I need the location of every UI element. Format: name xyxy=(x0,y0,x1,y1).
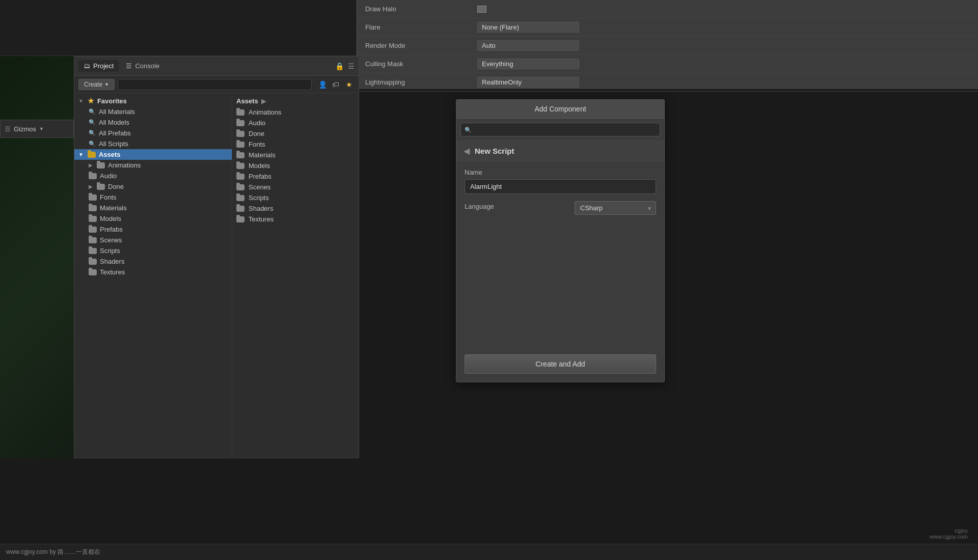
scripts-tree-item[interactable]: Scripts xyxy=(74,245,232,256)
all-prefabs-item[interactable]: 🔍 All Prefabs xyxy=(74,128,232,138)
script-name-input[interactable] xyxy=(465,179,656,194)
asset-textures[interactable]: Textures xyxy=(232,214,359,225)
render-mode-value-box[interactable]: Auto xyxy=(477,40,579,51)
add-component-panel: Add Component ◀ New Script Name Language… xyxy=(456,99,665,382)
materials-tree-item[interactable]: Materials xyxy=(74,203,232,213)
add-component-header: Add Component xyxy=(456,100,664,119)
audio-tree-item[interactable]: Audio xyxy=(74,171,232,181)
new-script-body: Name Language CSharp JavaScript Boo xyxy=(456,161,664,354)
assets-folder-icon xyxy=(88,152,96,158)
create-dropdown-icon: ▼ xyxy=(104,82,109,87)
asset-scripts[interactable]: Scripts xyxy=(232,192,359,203)
asset-materials[interactable]: Materials xyxy=(232,150,359,160)
inspector-row-render-mode: Render Mode Auto xyxy=(357,37,978,55)
scenes-tree-label: Scenes xyxy=(100,236,122,244)
new-script-panel: ◀ New Script Name Language CSharp JavaSc… xyxy=(456,141,664,382)
asset-shaders[interactable]: Shaders xyxy=(232,203,359,214)
animations-tree-label: Animations xyxy=(108,161,141,169)
all-scripts-item[interactable]: 🔍 All Scripts xyxy=(74,138,232,149)
asset-textures-icon xyxy=(236,216,244,222)
name-field-label: Name xyxy=(465,169,656,176)
asset-materials-label: Materials xyxy=(249,151,276,159)
create-and-add-button[interactable]: Create and Add xyxy=(465,354,656,374)
search-input[interactable] xyxy=(118,79,312,90)
language-field-row: Language CSharp JavaScript Boo xyxy=(465,201,656,215)
fonts-tree-item[interactable]: Fonts xyxy=(74,192,232,203)
animations-folder-icon xyxy=(97,162,105,169)
culling-mask-value: Everything xyxy=(477,59,970,69)
create-button[interactable]: Create ▼ xyxy=(78,79,115,90)
tag-icon-btn[interactable]: 🏷 xyxy=(330,79,341,90)
done-tree-item[interactable]: ▶ Done xyxy=(74,181,232,192)
all-scripts-icon: 🔍 xyxy=(89,141,96,147)
textures-folder-icon xyxy=(89,269,97,275)
models-tree-label: Models xyxy=(100,215,121,222)
lightmapping-value-box[interactable]: RealtimeOnly xyxy=(477,77,579,88)
asset-models-label: Models xyxy=(249,162,270,170)
asset-audio[interactable]: Audio xyxy=(232,118,359,128)
textures-tree-label: Textures xyxy=(100,268,125,276)
shaders-tree-item[interactable]: Shaders xyxy=(74,256,232,267)
project-tab-icon: 🗂 xyxy=(84,62,90,70)
flare-value-box[interactable]: None (Flare) xyxy=(477,22,579,33)
scripts-folder-icon xyxy=(89,248,97,254)
animations-tree-item[interactable]: ▶ Animations xyxy=(74,160,232,171)
star-icon-btn[interactable]: ★ xyxy=(343,79,355,90)
asset-models[interactable]: Models xyxy=(232,160,359,171)
all-models-label: All Models xyxy=(99,119,129,126)
asset-fonts[interactable]: Fonts xyxy=(232,139,359,150)
panel-menu-icon[interactable]: ☰ xyxy=(348,62,355,70)
create-button-label: Create xyxy=(84,81,102,88)
asset-fonts-icon xyxy=(236,142,244,148)
culling-mask-value-box[interactable]: Everything xyxy=(477,59,579,69)
add-component-search-input[interactable] xyxy=(460,123,660,136)
assets-chevron: ▼ xyxy=(78,152,84,157)
assets-header-label: Assets xyxy=(236,97,258,105)
flare-value: None (Flare) xyxy=(477,22,970,33)
shaders-folder-icon xyxy=(89,259,97,265)
favorites-header[interactable]: ▼ ★ Favorites xyxy=(74,95,232,106)
inspector-row-culling-mask: Culling Mask Everything xyxy=(357,55,978,73)
watermark: cgjoy www.cgjoy.com xyxy=(930,527,968,540)
asset-done-label: Done xyxy=(249,130,264,137)
back-arrow-icon[interactable]: ◀ xyxy=(464,146,470,156)
prefabs-tree-label: Prefabs xyxy=(100,226,123,233)
textures-tree-item[interactable]: Textures xyxy=(74,267,232,277)
asset-animations[interactable]: Animations xyxy=(232,107,359,118)
favorites-label: Favorites xyxy=(97,97,127,105)
asset-prefabs-label: Prefabs xyxy=(249,173,271,180)
all-materials-item[interactable]: 🔍 All Materials xyxy=(74,106,232,117)
shaders-tree-label: Shaders xyxy=(100,258,124,265)
assets-tree-header[interactable]: ▼ Assets xyxy=(74,149,232,160)
assets-tree-label: Assets xyxy=(99,151,121,158)
asset-fonts-label: Fonts xyxy=(249,141,265,148)
all-prefabs-label: All Prefabs xyxy=(99,129,131,137)
models-tree-item[interactable]: Models xyxy=(74,213,232,224)
asset-done-icon xyxy=(236,131,244,137)
empty-area xyxy=(465,220,656,347)
asset-prefabs[interactable]: Prefabs xyxy=(232,171,359,182)
gizmos-bar[interactable]: ☰ Gizmos ▼ xyxy=(0,120,74,138)
search-wrapper xyxy=(460,123,660,136)
person-icon-btn[interactable]: 👤 xyxy=(317,79,328,90)
asset-scripts-label: Scripts xyxy=(249,194,269,202)
language-select[interactable]: CSharp JavaScript Boo xyxy=(575,201,656,215)
asset-done[interactable]: Done xyxy=(232,128,359,139)
add-component-search-area xyxy=(456,119,664,141)
all-scripts-label: All Scripts xyxy=(99,140,128,148)
all-models-item[interactable]: 🔍 All Models xyxy=(74,117,232,128)
favorites-star-icon: ★ xyxy=(88,97,94,105)
lock-icon[interactable]: 🔒 xyxy=(335,62,344,70)
asset-scenes[interactable]: Scenes xyxy=(232,182,359,192)
console-tab[interactable]: ☰ Console xyxy=(121,60,165,72)
all-prefabs-icon: 🔍 xyxy=(89,130,96,136)
scenes-tree-item[interactable]: Scenes xyxy=(74,235,232,245)
asset-prefabs-icon xyxy=(236,174,244,180)
animations-chevron: ▶ xyxy=(89,162,93,168)
draw-halo-icon[interactable] xyxy=(477,6,486,13)
inspector-row-lightmapping: Lightmapping RealtimeOnly xyxy=(357,73,978,92)
asset-animations-icon xyxy=(236,109,244,116)
project-tab[interactable]: 🗂 Project xyxy=(78,60,119,72)
asset-models-icon xyxy=(236,163,244,169)
prefabs-tree-item[interactable]: Prefabs xyxy=(74,224,232,235)
